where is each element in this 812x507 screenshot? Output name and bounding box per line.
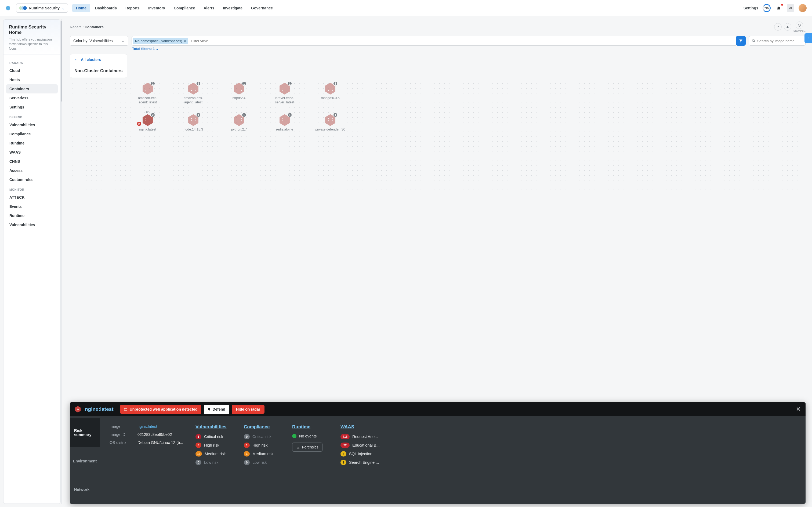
- radar-canvas[interactable]: 2⋮⋮amazon-ecs-agent: latest1⋮⋮amazon-ecs…: [70, 81, 806, 194]
- radar-node[interactable]: 1⋮⋮node:14.15.3: [180, 114, 207, 132]
- count-badge: 1: [244, 443, 250, 448]
- sidebar-item-runtime[interactable]: Runtime: [6, 138, 58, 148]
- nav-home[interactable]: Home: [72, 4, 90, 12]
- risk-label: Search Engine ...: [349, 460, 379, 464]
- alert-message: Unprotected web application detected: [120, 405, 201, 414]
- sidebar-item-cloud[interactable]: Cloud: [6, 66, 58, 75]
- radar-node[interactable]: 2⋮⋮amazon-ecs-agent: latest: [134, 83, 161, 105]
- risk-label: Critical risk: [252, 435, 272, 439]
- radar-node[interactable]: 1⋮⋮python:2.7: [226, 114, 252, 132]
- compliance-title[interactable]: Compliance: [244, 424, 270, 430]
- coverage-gauge[interactable]: 78%: [763, 4, 771, 12]
- nav-investigate[interactable]: Investigate: [219, 4, 246, 12]
- sidebar-item-containers[interactable]: Containers: [6, 84, 58, 94]
- radar-node[interactable]: 1⋮⋮private:defender_30: [317, 114, 344, 132]
- filter-row: Color by: Vulnerabilities ⌄ No namespace…: [70, 36, 806, 51]
- detail-toolbar: nginx:latest Unprotected web application…: [70, 402, 806, 416]
- node-count-badge: 1: [287, 81, 292, 86]
- node-label: python:2.7: [231, 127, 247, 132]
- radar-node[interactable]: 1⋮⋮redis:alpine: [271, 114, 298, 132]
- risk-label: Request Ano...: [352, 435, 378, 439]
- collapse-panel-button[interactable]: ‹: [805, 33, 812, 43]
- sidebar-container: Runtime Security Home This hub offers yo…: [0, 16, 63, 507]
- ai-assist-icon[interactable]: AI: [787, 4, 794, 12]
- runtime-noevents: No events: [292, 434, 333, 438]
- node-label: private:defender_30: [315, 127, 345, 132]
- nav-inventory[interactable]: Inventory: [144, 4, 169, 12]
- color-by-select[interactable]: Color by: Vulnerabilities ⌄: [70, 36, 128, 46]
- count-badge: 0: [195, 460, 201, 465]
- sidebar-scrollbar[interactable]: [61, 19, 62, 504]
- blocked-icon: ⊘: [137, 122, 141, 126]
- count-badge: 0: [244, 460, 250, 465]
- sidebar-item-attack[interactable]: ATT&CK: [6, 193, 58, 202]
- settings-link[interactable]: Settings: [744, 6, 758, 10]
- meta-value[interactable]: nginx:latest: [137, 424, 157, 429]
- user-avatar[interactable]: [799, 4, 807, 12]
- help-icon[interactable]: ?: [774, 23, 781, 31]
- defend-button[interactable]: Defend: [204, 405, 229, 414]
- sidebar-hero-title: Runtime Security Home: [9, 24, 55, 35]
- sidebar-item-cnns[interactable]: CNNS: [6, 157, 58, 166]
- vulnerabilities-title[interactable]: Vulnerabilities: [195, 424, 227, 430]
- focus-selector[interactable]: Runtime Security ⌄: [16, 3, 68, 13]
- runtime-title[interactable]: Runtime: [292, 424, 310, 430]
- forensics-button[interactable]: Forensics: [292, 443, 323, 452]
- container-hex-icon: [75, 406, 81, 412]
- bell-icon[interactable]: [775, 4, 782, 12]
- tab-risk-summary[interactable]: Risk summary: [70, 418, 100, 447]
- nav-reports[interactable]: Reports: [122, 4, 143, 12]
- search-input[interactable]: [757, 39, 803, 43]
- tab-environment[interactable]: Environment: [70, 447, 100, 475]
- radar-node[interactable]: 1⋮⋮httpd:2.4: [226, 83, 252, 105]
- sidebar-item-hosts[interactable]: Hosts: [6, 75, 58, 84]
- sidebar-item-vuln-mon[interactable]: Vulnerabilities: [6, 220, 58, 229]
- waas-title[interactable]: WAAS: [341, 424, 354, 430]
- radar-node[interactable]: 1⋮⋮amazon-ecs-agent: latest: [180, 83, 207, 105]
- close-icon[interactable]: ✕: [796, 406, 801, 413]
- tab-network[interactable]: Network: [70, 475, 100, 504]
- node-label: mongo:6.0.5: [321, 96, 340, 101]
- filter-view-input[interactable]: [189, 39, 735, 43]
- chevron-down-icon: ⌄: [156, 47, 159, 51]
- nav-governance[interactable]: Governance: [247, 4, 277, 12]
- meta-value: 021283c8eb95be02: [137, 432, 172, 437]
- notifications-icon[interactable]: [784, 23, 791, 31]
- total-filters-link[interactable]: Total filters: 1 ⌄: [131, 47, 746, 51]
- meta-key: Image: [110, 424, 132, 429]
- sidebar-group-radars: RADARS: [6, 57, 58, 66]
- filter-chip-namespace[interactable]: No namespace (Namespaces) ×: [133, 38, 188, 44]
- node-label: laravel-echo-server: latest: [271, 96, 298, 105]
- main-area: Radars / Containers ? Scanning... Color …: [63, 16, 812, 507]
- remove-chip-icon[interactable]: ×: [184, 39, 186, 43]
- radar-node[interactable]: 1⋮⋮laravel-echo-server: latest: [271, 83, 298, 105]
- scan-icon[interactable]: [796, 21, 803, 29]
- radar-node[interactable]: 1⋮⋮mongo:6.0.5: [317, 83, 344, 105]
- hide-on-radar-button[interactable]: Hide on radar: [232, 405, 265, 414]
- sidebar-item-custom-rules[interactable]: Custom rules: [6, 175, 58, 184]
- svg-line-2: [754, 41, 755, 43]
- nav-compliance[interactable]: Compliance: [170, 4, 199, 12]
- sidebar-item-settings[interactable]: Settings: [6, 103, 58, 112]
- risk-row: 0Critical risk: [244, 434, 284, 439]
- meta-column: Imagenginx:latestImage ID021283c8eb95be0…: [110, 424, 187, 498]
- sidebar-item-vulnerabilities[interactable]: Vulnerabilities: [6, 120, 58, 129]
- meta-row: Image ID021283c8eb95be02: [110, 432, 187, 437]
- radar-node[interactable]: 802⋮⋮⊘nginx:latest: [134, 114, 161, 132]
- breadcrumb-parent[interactable]: Radars: [70, 25, 81, 29]
- sidebar-scroll[interactable]: RADARS Cloud Hosts Containers Serverless…: [3, 55, 60, 504]
- sidebar-item-access[interactable]: Access: [6, 166, 58, 175]
- search-by-image[interactable]: [749, 36, 806, 46]
- sidebar-item-waas[interactable]: WAAS: [6, 148, 58, 157]
- node-count-badge: 1: [242, 81, 246, 86]
- filter-view-box[interactable]: No namespace (Namespaces) ×: [131, 36, 736, 46]
- sidebar-item-compliance[interactable]: Compliance: [6, 129, 58, 138]
- sidebar-item-runtime-mon[interactable]: Runtime: [6, 211, 58, 220]
- nav-dashboards[interactable]: Dashboards: [91, 4, 121, 12]
- nav-alerts[interactable]: Alerts: [200, 4, 218, 12]
- svg-rect-6: [124, 408, 127, 410]
- apply-filter-button[interactable]: [736, 36, 746, 46]
- sidebar-item-events[interactable]: Events: [6, 202, 58, 211]
- sidebar-item-serverless[interactable]: Serverless: [6, 94, 58, 103]
- back-to-clusters[interactable]: ← All clusters: [70, 54, 127, 65]
